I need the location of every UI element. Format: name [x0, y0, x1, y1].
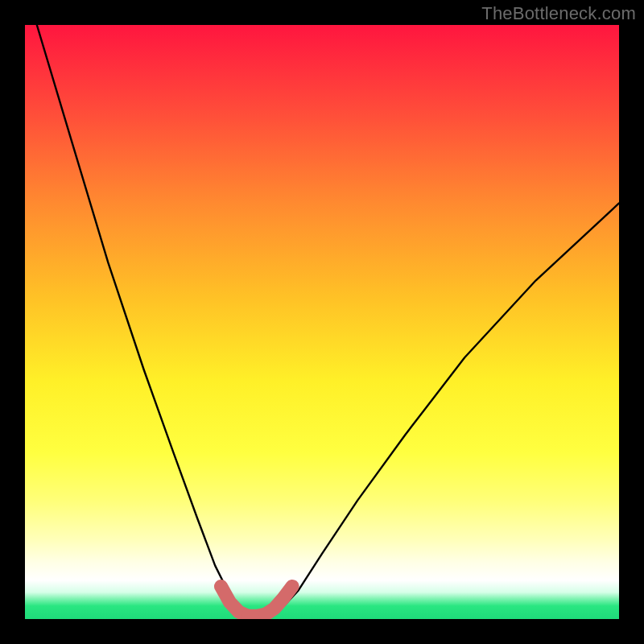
chart-frame: TheBottleneck.com [0, 0, 644, 644]
plot-svg [25, 25, 619, 619]
gradient-background [25, 25, 619, 619]
plot-area [25, 25, 619, 619]
watermark-text: TheBottleneck.com [481, 3, 636, 24]
